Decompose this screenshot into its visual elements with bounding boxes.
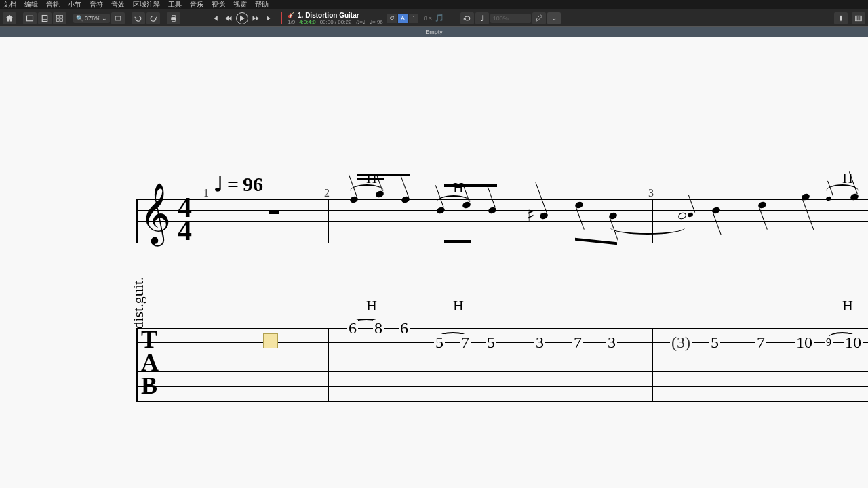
page-layout-button[interactable]: [38, 12, 52, 24]
note[interactable]: [574, 201, 584, 209]
menu-file[interactable]: 文档: [3, 0, 16, 9]
tab-barline-start: [136, 328, 138, 401]
fretboard-button[interactable]: [834, 12, 848, 24]
fast-forward-button[interactable]: [250, 12, 262, 24]
rewind-button[interactable]: [222, 12, 235, 24]
grace-note[interactable]: [687, 212, 694, 218]
note[interactable]: [436, 206, 446, 215]
menu-edit[interactable]: 编辑: [24, 0, 38, 9]
tab-clef: T A B: [141, 328, 159, 398]
beam: [444, 184, 497, 187]
tuner-icon[interactable]: A: [398, 14, 408, 23]
svg-rect-4: [60, 15, 63, 18]
menu-bar-m[interactable]: 小节: [68, 0, 81, 9]
fret-number[interactable]: 9: [825, 337, 833, 348]
go-start-button[interactable]: [209, 12, 221, 24]
menu-help[interactable]: 帮助: [255, 0, 269, 9]
tab-barline: [652, 328, 653, 401]
track-info[interactable]: 🎸 1. Distortion Guitar 1/9 4:0:4:0 00:00…: [288, 12, 383, 25]
note[interactable]: [608, 211, 618, 220]
print-button[interactable]: [167, 12, 180, 24]
edit-cursor[interactable]: [263, 333, 278, 348]
standard-staff[interactable]: = 96 𝄞 4 4 1 2 3: [136, 199, 868, 267]
dropdown-button[interactable]: ⌄: [547, 12, 561, 24]
fret-number[interactable]: 5: [709, 334, 720, 350]
note[interactable]: [462, 201, 471, 209]
fret-number[interactable]: 3: [606, 334, 617, 350]
menu-section[interactable]: 区域注释: [133, 0, 160, 9]
note[interactable]: [401, 195, 410, 204]
track-tool-icons: ⏱ A ⋮: [387, 14, 418, 23]
zoom-chevron-icon: ⌄: [102, 15, 107, 22]
score-area[interactable]: dist.guit. = 96 𝄞 4 4: [0, 37, 868, 488]
screen-layout-button[interactable]: [23, 12, 37, 24]
fret-number[interactable]: 8: [373, 320, 384, 336]
menu-effect[interactable]: 音效: [111, 0, 125, 9]
tempo-value: 96: [243, 173, 263, 196]
measure-number: 3: [648, 187, 654, 199]
menu-window[interactable]: 视窗: [233, 0, 247, 9]
svg-rect-5: [57, 18, 60, 21]
staff-container: = 96 𝄞 4 4 1 2 3: [136, 199, 868, 409]
fret-number[interactable]: (3): [670, 334, 692, 350]
menu-track[interactable]: 音轨: [46, 0, 60, 9]
svg-rect-1: [42, 15, 47, 21]
metronome-icon[interactable]: ⏱: [387, 14, 397, 23]
fret-number[interactable]: 7: [460, 334, 471, 350]
quarter-note-icon: [214, 172, 223, 196]
tab-staff[interactable]: T A B H H H 686575373(3)5710910: [136, 328, 868, 409]
menu-view[interactable]: 视觉: [212, 0, 225, 9]
note[interactable]: [757, 201, 767, 209]
beam: [357, 178, 384, 180]
vertical-dots-icon[interactable]: ⋮: [409, 14, 418, 23]
home-button[interactable]: [3, 12, 16, 24]
slur: [437, 195, 471, 202]
fit-button[interactable]: [111, 12, 125, 24]
note[interactable]: [539, 211, 549, 220]
undo-button[interactable]: [132, 12, 145, 24]
loop-button[interactable]: [460, 12, 474, 24]
note[interactable]: [375, 190, 384, 199]
note[interactable]: [677, 211, 687, 220]
menu-music[interactable]: 音乐: [190, 0, 203, 9]
slur: [350, 184, 384, 191]
tab-hammer-on-mark: H: [842, 297, 853, 314]
redo-button[interactable]: [146, 12, 160, 24]
fret-number[interactable]: 7: [572, 334, 583, 350]
speed-control[interactable]: 100%: [490, 14, 531, 23]
go-end-button[interactable]: [263, 12, 275, 24]
note[interactable]: [488, 206, 497, 215]
tempo-button[interactable]: ♩: [475, 12, 489, 24]
fret-number[interactable]: 6: [347, 320, 358, 336]
equals-sign: =: [227, 173, 239, 196]
toolbar: 🔍 376% ⌄ 🎸 1. Distortion Guitar 1/9 4:0:…: [0, 9, 868, 27]
fret-number[interactable]: 7: [755, 334, 766, 350]
keyboard-button[interactable]: [852, 12, 865, 24]
beam: [444, 240, 471, 243]
search-icon: 🔍: [76, 15, 83, 22]
zoom-control[interactable]: 🔍 376% ⌄: [73, 14, 110, 23]
grace-note[interactable]: [825, 196, 832, 201]
menu-note[interactable]: 音符: [90, 0, 103, 9]
edit-button[interactable]: [532, 12, 546, 24]
svg-rect-0: [27, 16, 33, 21]
play-button[interactable]: [236, 12, 248, 24]
fret-number[interactable]: 10: [795, 334, 814, 350]
tab-hammer-on-mark: H: [366, 297, 377, 314]
fret-number[interactable]: 6: [399, 320, 410, 336]
rest-icon: [269, 210, 279, 214]
fret-number[interactable]: 5: [486, 334, 496, 350]
measure-number: 1: [203, 187, 209, 199]
fret-number[interactable]: 10: [844, 334, 863, 350]
multitrack-button[interactable]: [53, 12, 66, 24]
fret-number[interactable]: 5: [434, 334, 445, 350]
fret-number[interactable]: 3: [534, 334, 545, 350]
sharp-icon: ♯: [526, 205, 535, 226]
note[interactable]: [711, 206, 721, 215]
tuning-fork-icon[interactable]: 🎵: [435, 14, 444, 22]
menu-tools[interactable]: 工具: [168, 0, 182, 9]
title-bar: Empty: [0, 27, 868, 37]
timesig-meta: 4:0:4:0: [299, 19, 315, 25]
note[interactable]: [349, 195, 359, 204]
beam: [575, 238, 617, 245]
